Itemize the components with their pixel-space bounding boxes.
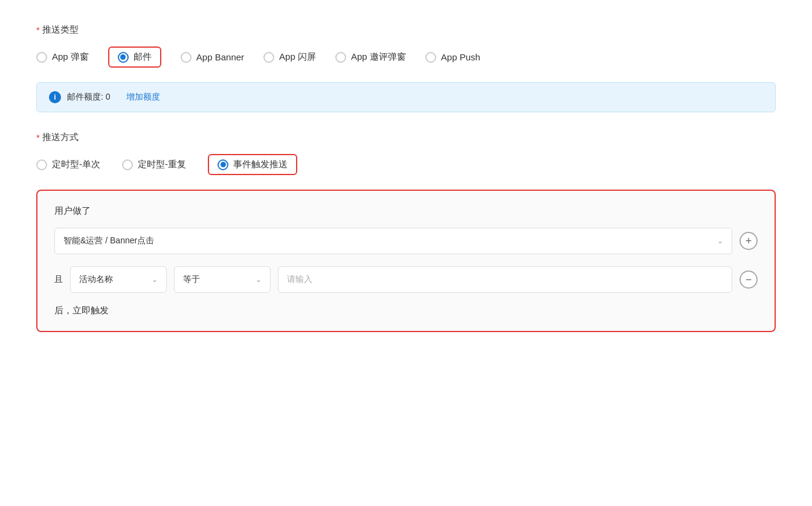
- value-input[interactable]: 请输入: [278, 266, 732, 293]
- operator-dropdown-value: 等于: [183, 274, 200, 285]
- radio-label-timed-repeat: 定时型-重复: [138, 159, 186, 170]
- radio-circle-app-review: [335, 52, 346, 63]
- minus-icon: −: [746, 274, 752, 286]
- radio-email[interactable]: 邮件: [108, 46, 161, 68]
- email-quota-label: 邮件额度: 0: [67, 92, 111, 103]
- radio-circle-event-trigger: [218, 159, 228, 170]
- add-condition-button[interactable]: +: [740, 232, 758, 250]
- radio-app-popup[interactable]: App 弹窗: [36, 51, 89, 63]
- radio-label-timed-once: 定时型-单次: [52, 159, 100, 170]
- push-type-label: * 推送类型: [36, 24, 776, 36]
- radio-app-push[interactable]: App Push: [425, 52, 480, 63]
- radio-circle-app-banner: [181, 52, 192, 63]
- radio-circle-email: [118, 52, 129, 63]
- event-dropdown[interactable]: 智能&运营 / Banner点击 ⌄: [54, 228, 732, 254]
- and-label: 且: [54, 274, 63, 285]
- radio-circle-timed-once: [36, 159, 47, 170]
- radio-label-app-review: App 邀评弹窗: [351, 51, 406, 63]
- radio-timed-repeat[interactable]: 定时型-重复: [122, 159, 186, 170]
- operator-dropdown[interactable]: 等于 ⌄: [174, 266, 271, 293]
- add-icon: +: [746, 235, 752, 248]
- event-dropdown-row: 智能&运营 / Banner点击 ⌄ +: [54, 228, 758, 254]
- increase-quota-link[interactable]: 增加额度: [126, 92, 160, 103]
- condition-row: 且 活动名称 ⌄ 等于 ⌄ 请输入 −: [54, 266, 758, 293]
- radio-app-flash[interactable]: App 闪屏: [263, 51, 316, 63]
- email-quota-info-bar: i 邮件额度: 0 增加额度: [36, 82, 776, 112]
- radio-label-app-banner: App Banner: [196, 52, 244, 62]
- radio-label-app-popup: App 弹窗: [52, 51, 89, 63]
- push-method-section: * 推送方式 定时型-单次 定时型-重复 事件触发推送 用户做了 智能&运营 /…: [36, 132, 776, 332]
- value-input-placeholder: 请输入: [287, 274, 312, 285]
- push-method-label: * 推送方式: [36, 132, 776, 143]
- trigger-label: 后，立即触发: [54, 305, 758, 316]
- event-trigger-box: 用户做了 智能&运营 / Banner点击 ⌄ + 且 活动名称 ⌄ 等于 ⌄: [36, 190, 776, 332]
- field-dropdown[interactable]: 活动名称 ⌄: [70, 266, 167, 293]
- radio-timed-once[interactable]: 定时型-单次: [36, 159, 100, 170]
- push-method-required-star: *: [36, 132, 40, 143]
- required-star: *: [36, 25, 40, 35]
- radio-app-review[interactable]: App 邀评弹窗: [335, 51, 406, 63]
- user-did-label: 用户做了: [54, 205, 758, 217]
- push-type-radio-group: App 弹窗 邮件 App Banner App 闪屏 App 邀评弹窗 App…: [36, 46, 776, 68]
- event-dropdown-value: 智能&运营 / Banner点击: [63, 235, 154, 246]
- radio-app-banner[interactable]: App Banner: [181, 52, 244, 63]
- radio-circle-timed-repeat: [122, 159, 133, 170]
- chevron-down-icon-operator: ⌄: [256, 275, 262, 284]
- push-method-radio-group: 定时型-单次 定时型-重复 事件触发推送: [36, 154, 776, 175]
- radio-label-email: 邮件: [134, 51, 152, 63]
- chevron-down-icon: ⌄: [717, 237, 723, 245]
- field-dropdown-value: 活动名称: [79, 274, 113, 285]
- radio-label-event-trigger: 事件触发推送: [233, 159, 288, 170]
- info-icon: i: [49, 91, 61, 103]
- radio-label-app-push: App Push: [441, 52, 480, 62]
- radio-event-trigger[interactable]: 事件触发推送: [208, 154, 297, 175]
- radio-circle-app-push: [425, 52, 436, 63]
- chevron-down-icon-field: ⌄: [152, 275, 158, 284]
- push-type-section: * 推送类型 App 弹窗 邮件 App Banner App 闪屏 App 邀…: [36, 24, 776, 112]
- radio-circle-app-popup: [36, 52, 47, 63]
- remove-condition-button[interactable]: −: [740, 271, 758, 289]
- radio-circle-app-flash: [263, 52, 274, 63]
- radio-label-app-flash: App 闪屏: [279, 51, 316, 63]
